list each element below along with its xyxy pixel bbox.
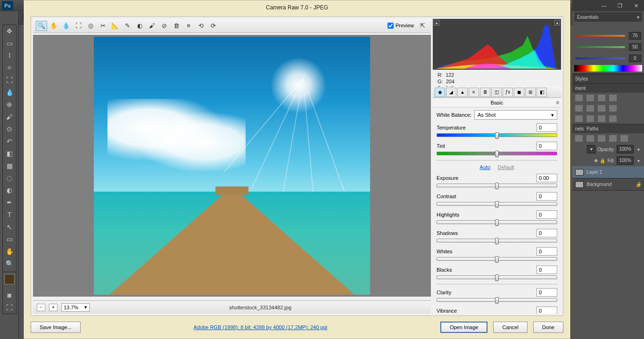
default-link[interactable]: Default (498, 164, 514, 170)
cr-tool-7[interactable]: ✎ (122, 21, 133, 31)
tool-hand[interactable]: ✋ (3, 245, 16, 258)
r-value[interactable]: 76 (629, 32, 641, 40)
panel-tab-5[interactable]: ◫ (491, 88, 502, 97)
workspace-selector[interactable]: Essentials▾ (574, 12, 642, 22)
styles-tab[interactable]: Styles (572, 74, 644, 83)
adj-icon[interactable] (586, 105, 594, 112)
tool-shape[interactable]: ▭ (3, 233, 16, 245)
tool-marquee[interactable]: ▭ (3, 37, 16, 49)
tool-path[interactable]: ↖ (3, 221, 16, 233)
cr-tool-10[interactable]: ⊘ (158, 21, 170, 31)
preview-checkbox[interactable]: Preview (388, 23, 414, 29)
zoom-level-select[interactable]: 13.7%▾ (61, 303, 90, 312)
g-value[interactable]: 50 (629, 43, 641, 51)
filter-icon[interactable] (575, 135, 583, 142)
slider-value-vibrance[interactable] (537, 307, 557, 314)
tool-eyedropper[interactable]: 💧 (3, 86, 16, 98)
tool-dodge[interactable]: ◐ (3, 184, 16, 196)
workflow-link[interactable]: Adobe RGB (1998); 8 bit; 4288 by 4000 (1… (194, 324, 328, 330)
filter-icon[interactable] (598, 135, 605, 142)
zoom-out-button[interactable]: − (37, 304, 45, 311)
panel-tab-3[interactable]: ≡ (469, 88, 479, 97)
cr-tool-14[interactable]: ⟳ (207, 21, 219, 31)
cr-tool-2[interactable]: 💧 (60, 21, 72, 31)
filter-icon[interactable] (586, 135, 594, 142)
slider-track-whites[interactable] (437, 257, 557, 261)
slider-value-exposure[interactable] (537, 174, 557, 182)
filter-icon[interactable] (620, 135, 628, 142)
slider-track-blacks[interactable] (437, 275, 557, 279)
cr-tool-5[interactable]: ✂ (97, 21, 108, 31)
slider-value-contrast[interactable] (537, 192, 557, 201)
color-ramp[interactable] (574, 65, 642, 72)
slider-track-contrast[interactable] (437, 202, 557, 206)
cr-tool-1[interactable]: ✋ (48, 21, 59, 31)
panel-tab-0[interactable]: ◉ (435, 88, 445, 97)
fullscreen-icon[interactable]: ⇱ (417, 21, 428, 31)
tool-gradient[interactable]: ▦ (3, 160, 16, 172)
wb-select[interactable]: As Shot▾ (474, 110, 557, 120)
tool-screenmode[interactable]: ⛶ (3, 301, 16, 314)
b-slider[interactable] (575, 57, 625, 59)
fill-value[interactable]: 100% (617, 156, 634, 165)
slider-track-tint[interactable] (437, 152, 557, 155)
cancel-button[interactable]: Cancel (493, 322, 527, 333)
r-slider[interactable] (575, 35, 625, 37)
tool-blur[interactable]: ◌ (3, 172, 16, 184)
b-value[interactable]: 0 (629, 55, 641, 62)
tool-heal[interactable]: ⊕ (3, 98, 16, 111)
panel-tab-6[interactable]: ƒx (503, 88, 513, 97)
slider-track-temperature[interactable] (437, 133, 557, 137)
shadow-clip-icon[interactable]: ▲ (434, 20, 439, 25)
adj-icon[interactable] (598, 95, 605, 101)
adj-icon[interactable] (598, 115, 605, 122)
fill-dropdown[interactable]: ▾ (636, 158, 641, 163)
layer-item-bg[interactable]: Background🔒 (572, 178, 644, 191)
slider-track-shadows[interactable] (437, 239, 557, 242)
tool-wand[interactable]: ✧ (3, 62, 16, 74)
cr-tool-11[interactable]: 🗑 (171, 21, 182, 31)
tool-history[interactable]: ↶ (3, 135, 16, 147)
window-minimize[interactable]: — (596, 0, 612, 11)
save-image-button[interactable]: Save Image... (31, 322, 81, 333)
adj-icon[interactable] (609, 95, 617, 101)
preview-canvas[interactable] (33, 35, 431, 297)
highlight-clip-icon[interactable]: ▲ (554, 20, 560, 25)
tool-eraser[interactable]: ◧ (3, 147, 16, 160)
slider-value-whites[interactable] (537, 247, 557, 256)
adj-icon[interactable] (598, 105, 605, 112)
adj-icon[interactable] (609, 115, 617, 122)
slider-track-exposure[interactable] (437, 184, 557, 187)
slider-value-shadows[interactable] (537, 229, 557, 237)
adj-icon[interactable] (586, 115, 594, 122)
slider-value-clarity[interactable] (537, 288, 557, 297)
adj-icon[interactable] (586, 95, 594, 101)
g-slider[interactable] (575, 46, 625, 48)
cr-tool-9[interactable]: 🖌 (146, 21, 157, 31)
slider-value-blacks[interactable] (537, 266, 557, 274)
done-button[interactable]: Done (533, 322, 563, 333)
cr-tool-0[interactable]: 🔍 (36, 21, 47, 31)
cr-tool-12[interactable]: ≡ (183, 21, 194, 31)
cr-tool-6[interactable]: 📐 (109, 21, 121, 31)
adj-icon[interactable] (575, 95, 583, 101)
filter-icon[interactable] (609, 135, 617, 142)
window-maximize[interactable]: ❐ (612, 0, 628, 11)
tool-brush[interactable]: 🖌 (3, 111, 16, 123)
adj-icon[interactable] (609, 105, 617, 112)
panel-tab-7[interactable]: ◼ (514, 88, 524, 97)
opacity-dropdown[interactable]: ▾ (636, 147, 641, 152)
panel-tab-2[interactable]: ▲ (457, 88, 468, 97)
tool-stamp[interactable]: ⊙ (3, 123, 16, 135)
lock-icon2[interactable]: 🔒 (600, 158, 605, 163)
channels-tab[interactable]: nels (575, 126, 584, 131)
tool-type[interactable]: T (3, 209, 16, 221)
panel-tab-1[interactable]: ◢ (446, 88, 456, 97)
zoom-in-button[interactable]: + (49, 304, 58, 311)
tool-quickmask[interactable]: ◙ (3, 289, 16, 301)
panel-tab-9[interactable]: ◧ (537, 88, 547, 97)
slider-track-highlights[interactable] (437, 220, 557, 224)
slider-value-highlights[interactable] (537, 210, 557, 219)
layer-item-1[interactable]: Layer 1 (572, 166, 644, 178)
tool-move[interactable]: ✥ (3, 25, 16, 37)
